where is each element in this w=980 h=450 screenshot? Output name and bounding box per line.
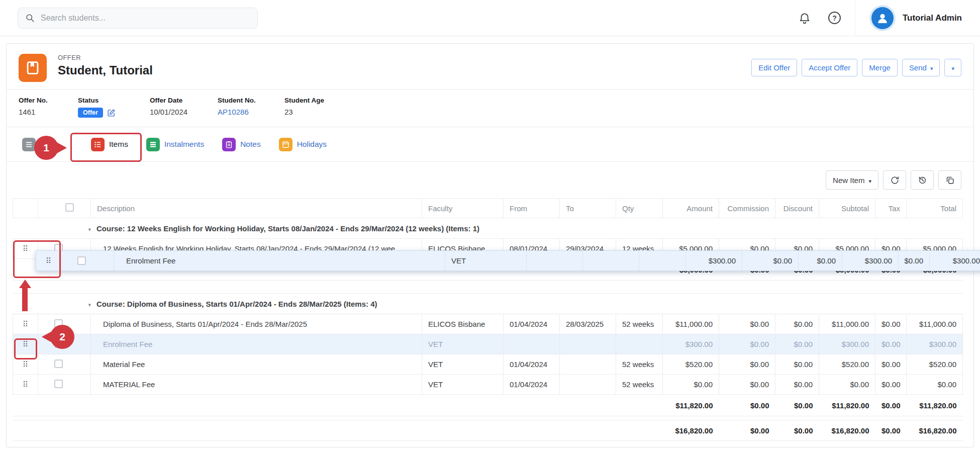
row-checkbox[interactable] xyxy=(54,319,63,328)
edit-offer-button[interactable]: Edit Offer xyxy=(751,59,797,76)
collapse-caret-icon[interactable] xyxy=(88,300,91,308)
help-icon[interactable] xyxy=(828,12,841,24)
list-icon xyxy=(91,138,105,151)
offer-panel: OFFER Student, Tutorial Edit Offer Accep… xyxy=(6,43,974,447)
field-offer-no: Offer No. 1461 xyxy=(19,97,78,127)
search-box[interactable] xyxy=(18,8,258,29)
caret-down-icon xyxy=(868,176,871,185)
tab-holidays[interactable]: Holidays xyxy=(279,138,327,151)
more-actions-button[interactable] xyxy=(944,59,961,76)
caret-down-icon xyxy=(930,63,933,72)
form-icon xyxy=(22,138,36,151)
new-item-button[interactable]: New Item xyxy=(826,170,878,190)
avatar[interactable] xyxy=(869,5,896,31)
tab-items[interactable]: Items xyxy=(91,138,128,151)
select-all-checkbox[interactable] xyxy=(65,203,74,212)
table-row-material-fee: Material Fee VET 01/04/2024 52 weeks $52… xyxy=(13,354,963,375)
table-row-material-fee-2: MATERIAL Fee VET 01/04/2024 52 weeks $0.… xyxy=(13,375,963,395)
user-name: Tutorial Admin xyxy=(903,13,962,23)
group-subtotal-row-2: $11,820.00 $0.00 $0.00 $11,820.00 $0.00 … xyxy=(13,395,963,416)
topbar-divider xyxy=(855,0,855,36)
col-from: From xyxy=(504,199,560,218)
history-button[interactable] xyxy=(911,170,934,190)
drag-handle[interactable] xyxy=(23,340,28,349)
items-table-wrap: Description Faculty From To Qty Amount C… xyxy=(13,198,962,441)
dragged-row-enrolment-fee[interactable]: Enrolment Fee VET $300.00 $0.00 $0.00 $3… xyxy=(36,250,980,271)
table-row-enrolment-fee: Enrolment Fee VET $300.00 $0.00 $0.00 $3… xyxy=(13,334,963,354)
total-spacer xyxy=(13,416,963,420)
field-status: Status Offer xyxy=(78,97,150,127)
refresh-button[interactable] xyxy=(883,170,906,190)
row-checkbox[interactable] xyxy=(54,359,63,368)
student-no-link[interactable]: AP10286 xyxy=(218,108,249,116)
items-toolbar: New Item xyxy=(19,170,961,190)
tab-bar: Items Instalments Notes Holidays xyxy=(7,127,973,162)
instalments-icon xyxy=(146,138,160,151)
offer-header: OFFER Student, Tutorial Edit Offer Accep… xyxy=(7,44,973,89)
field-offer-date: Offer Date 10/01/2024 xyxy=(150,97,218,127)
field-student-age: Student Age 23 xyxy=(284,97,324,127)
edit-status-icon[interactable] xyxy=(107,109,116,117)
course-group-header-2: Course: Diploma of Business, Starts 01/A… xyxy=(13,294,963,314)
record-type-label: OFFER xyxy=(58,54,153,61)
col-qty: Qty xyxy=(616,199,663,218)
items-table: Description Faculty From To Qty Amount C… xyxy=(13,198,963,441)
course-group-header-1: Course: 12 Weeks English for Working Hol… xyxy=(13,218,963,239)
row-checkbox[interactable] xyxy=(77,256,86,265)
col-tax: Tax xyxy=(875,199,907,218)
drag-handle[interactable] xyxy=(46,256,51,265)
drag-handle[interactable] xyxy=(23,380,28,389)
col-commission: Commission xyxy=(719,199,775,218)
caret-down-icon xyxy=(951,63,954,72)
row-checkbox[interactable] xyxy=(54,339,63,348)
collapse-caret-icon[interactable] xyxy=(88,224,91,233)
notifications-bell-icon[interactable] xyxy=(798,12,811,25)
offer-icon xyxy=(19,54,47,82)
col-to: To xyxy=(560,199,616,218)
copy-button[interactable] xyxy=(938,170,961,190)
user-menu[interactable]: Tutorial Admin xyxy=(869,5,962,31)
select-all xyxy=(38,199,91,218)
col-subtotal: Subtotal xyxy=(819,199,875,218)
group-spacer xyxy=(13,281,963,294)
search-input[interactable] xyxy=(40,13,250,23)
topbar: Tutorial Admin xyxy=(0,0,980,36)
drag-handle[interactable] xyxy=(23,360,28,369)
search-icon xyxy=(25,13,35,23)
user-icon xyxy=(871,7,894,29)
send-button[interactable]: Send xyxy=(902,59,940,76)
tab-instalments[interactable]: Instalments xyxy=(146,138,204,151)
drag-handle[interactable] xyxy=(23,244,28,253)
merge-button[interactable]: Merge xyxy=(862,59,898,76)
table-row-course-2: Diploma of Business, Starts 01/Apr/2024 … xyxy=(13,314,963,334)
table-header-row: Description Faculty From To Qty Amount C… xyxy=(13,199,963,218)
status-badge: Offer xyxy=(78,108,103,118)
drag-handle[interactable] xyxy=(23,320,28,329)
col-description: Description xyxy=(91,199,422,218)
row-checkbox[interactable] xyxy=(54,380,63,388)
tab-notes[interactable]: Notes xyxy=(222,138,261,151)
accept-offer-button[interactable]: Accept Offer xyxy=(802,59,857,76)
offer-info-row: Offer No. 1461 Status Offer Offer Date 1… xyxy=(7,89,973,127)
col-discount: Discount xyxy=(775,199,819,218)
field-student-no: Student No. AP10286 xyxy=(218,97,284,127)
grand-total-row: $16,820.00 $0.00 $0.00 $16,820.00 $0.00 … xyxy=(13,420,963,441)
col-drag xyxy=(13,199,38,218)
col-faculty: Faculty xyxy=(422,199,504,218)
calendar-icon xyxy=(279,138,292,151)
col-amount: Amount xyxy=(663,199,719,218)
tab-hidden[interactable] xyxy=(22,138,36,151)
page-title: Student, Tutorial xyxy=(58,63,153,77)
col-total: Total xyxy=(907,199,963,218)
clipboard-icon xyxy=(222,138,236,151)
